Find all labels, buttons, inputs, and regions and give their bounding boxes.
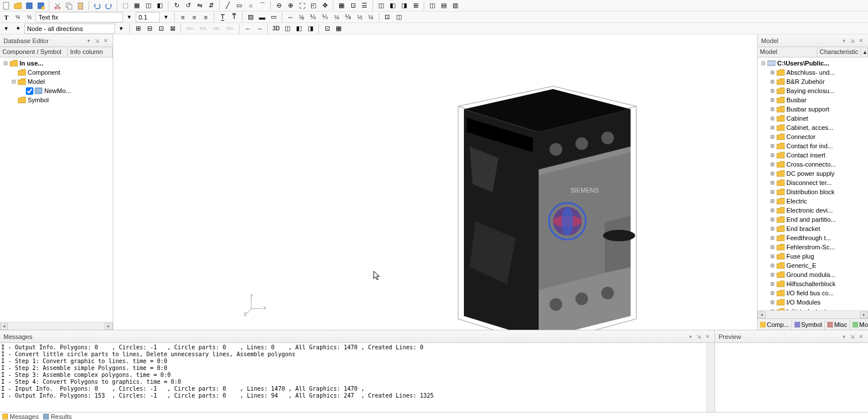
toolbar-icon[interactable]: ◫ — [427, 1, 437, 11]
tree-expander-icon[interactable]: ⊞ — [769, 235, 775, 241]
tree-row[interactable]: ⊞Baying enclosu... — [759, 86, 867, 95]
panel-menu-icon[interactable]: ▾ — [687, 333, 694, 340]
scroll-right-icon[interactable]: ▸ — [105, 323, 113, 330]
tree-row[interactable]: ⊞Hilfsschalterblock — [759, 279, 867, 288]
tree-row[interactable]: ⊞Fuse plug — [759, 252, 867, 261]
panel-pin-icon[interactable]: ⇲ — [94, 37, 101, 44]
tree-row[interactable]: ⊟Model — [1, 77, 112, 86]
new-file-icon[interactable] — [1, 1, 11, 11]
panel-pin-icon[interactable]: ⇲ — [849, 37, 856, 44]
column-header[interactable]: Component / Symbol — [0, 47, 68, 57]
node-mode-select[interactable] — [24, 24, 115, 34]
panel-close-icon[interactable]: ✕ — [704, 333, 711, 340]
tree-row[interactable]: ⊞Cross-connecto... — [759, 160, 867, 169]
toolbar-icon[interactable]: ◫ — [376, 1, 386, 11]
view-icon[interactable]: ◫ — [282, 24, 293, 34]
horizontal-scrollbar[interactable]: ◂ ▸ — [758, 310, 868, 318]
tree-expander-icon[interactable]: ⊞ — [769, 226, 775, 232]
tree-row[interactable]: Component — [1, 68, 112, 77]
tree-row[interactable]: ⊞Electric — [759, 196, 867, 206]
tree-expander-icon[interactable]: ⊞ — [769, 152, 775, 159]
panel-pin-icon[interactable]: ⇲ — [696, 333, 702, 340]
toolbar-icon[interactable]: ◧ — [387, 1, 398, 11]
toolbar-icon[interactable]: ▥ — [450, 1, 460, 11]
scroll-right-icon[interactable]: ▸ — [860, 311, 868, 318]
toolbar-icon[interactable]: ⊡ — [382, 12, 393, 22]
tree-row[interactable]: ⊞End and partitio... — [759, 215, 867, 224]
tree-row[interactable]: ⊟C:\Users\Public... — [759, 59, 867, 68]
tree-row[interactable]: Symbol — [1, 95, 112, 105]
panel-menu-icon[interactable]: ▾ — [840, 333, 847, 340]
tree-expander-icon[interactable]: ⊟ — [10, 79, 17, 85]
dropdown-icon[interactable]: ▾ — [124, 12, 135, 22]
tree-row[interactable]: ⊞B&R Zubehör — [759, 77, 867, 86]
status-tab-messages[interactable]: Messages — [2, 413, 39, 420]
dropdown-icon[interactable]: ▾ — [116, 24, 126, 34]
toolbar-icon[interactable]: ▦ — [333, 24, 344, 34]
column-header[interactable]: Info column — [68, 47, 113, 57]
arrow-left-icon[interactable]: ← — [243, 24, 253, 34]
tree-expander-icon[interactable]: ⊞ — [769, 115, 775, 122]
tree-row[interactable]: ⊟In use... — [1, 59, 112, 68]
tree-row[interactable]: ⊞Ground modula... — [759, 270, 867, 279]
tree-row[interactable]: ⊞Cabinet — [759, 114, 867, 123]
save-as-icon[interactable] — [36, 1, 46, 11]
fill-icon[interactable]: ▬ — [257, 12, 267, 22]
node-icon[interactable]: ✦ — [13, 24, 23, 34]
panel-close-icon[interactable]: ✕ — [858, 37, 865, 44]
panel-pin-icon[interactable]: ⇲ — [849, 333, 856, 340]
text-style-select[interactable] — [36, 12, 123, 22]
tree-expander-icon[interactable]: ⊞ — [769, 244, 775, 251]
tree-row[interactable]: ⊞Contact for ind... — [759, 141, 867, 151]
toolbar-icon[interactable]: ◧ — [155, 1, 165, 11]
panel-close-icon[interactable]: ✕ — [858, 333, 865, 340]
tree-expander-icon[interactable]: ⊞ — [769, 70, 775, 76]
messages-output[interactable]: I - Output Info. Polygons: 0 , Circles: … — [0, 343, 706, 412]
tree-row[interactable]: ⊞Busbar — [759, 95, 867, 105]
tree-checkbox[interactable] — [26, 87, 33, 95]
tree-row[interactable]: ⊞I/O field bus co... — [759, 288, 867, 298]
toolbar-icon[interactable]: ▦ — [132, 1, 142, 11]
tree-row[interactable]: ⊞Connector — [759, 132, 867, 141]
tree-row[interactable]: ⊞Contact insert — [759, 151, 867, 160]
tree-row[interactable]: ⊞Distribution block — [759, 187, 867, 196]
zoom-fit-icon[interactable]: ⛶ — [297, 1, 307, 11]
tree-expander-icon[interactable]: ⊞ — [769, 143, 775, 149]
tree-expander-icon[interactable]: ⊞ — [769, 125, 775, 131]
fraction-12-icon[interactable]: ½ — [24, 12, 34, 22]
fraction-14-icon[interactable]: ¼ — [13, 12, 23, 22]
flip-v-icon[interactable]: ⇵ — [206, 1, 216, 11]
align-right-icon[interactable]: ≡ — [201, 12, 211, 22]
tree-expander-icon[interactable]: ⊞ — [769, 272, 775, 278]
text-tool-icon[interactable]: T̲ — [217, 12, 228, 22]
tree-row[interactable]: ⊞Cabinet, acces... — [759, 123, 867, 132]
tab-model[interactable]: Model — [850, 319, 868, 330]
view-icon[interactable]: ◨ — [305, 24, 316, 34]
paste-icon[interactable] — [75, 1, 86, 11]
tree-expander-icon[interactable] — [10, 70, 17, 76]
tree-expander-icon[interactable]: ⊞ — [769, 79, 775, 85]
column-header[interactable]: Characteristic — [817, 47, 861, 57]
zoom-in-icon[interactable]: ⊕ — [285, 1, 295, 11]
toolbar-icon[interactable]: ◨ — [399, 1, 409, 11]
tree-expander-icon[interactable]: ⊟ — [2, 60, 9, 67]
tree-row[interactable]: ⊞Abschluss- und... — [759, 68, 867, 77]
tree-row[interactable]: ⊞Busbar support — [759, 105, 867, 114]
toolbar-icon[interactable]: ⊡ — [322, 24, 332, 34]
3d-button[interactable]: 3D — [271, 24, 281, 34]
copy-icon[interactable] — [64, 1, 74, 11]
font-size-input[interactable] — [136, 12, 160, 22]
undo-icon[interactable] — [92, 1, 102, 11]
tree-expander-icon[interactable]: ⊞ — [769, 97, 775, 103]
tab-symbol[interactable]: Symbol — [792, 319, 825, 330]
grid-icon[interactable]: ▦ — [336, 1, 347, 11]
tree-expander-icon[interactable] — [10, 97, 17, 103]
column-header[interactable]: Model — [758, 47, 817, 57]
toolbar-icon[interactable]: ◫ — [143, 1, 153, 11]
fill2-icon[interactable]: ▭ — [268, 12, 279, 22]
rotate-icon[interactable]: ↻ — [171, 1, 182, 11]
dropdown-icon[interactable]: ▾ — [161, 12, 171, 22]
scroll-left-icon[interactable]: ◂ — [0, 323, 8, 330]
save-icon[interactable] — [24, 1, 34, 11]
dropdown-icon[interactable]: ▾ — [1, 24, 11, 34]
